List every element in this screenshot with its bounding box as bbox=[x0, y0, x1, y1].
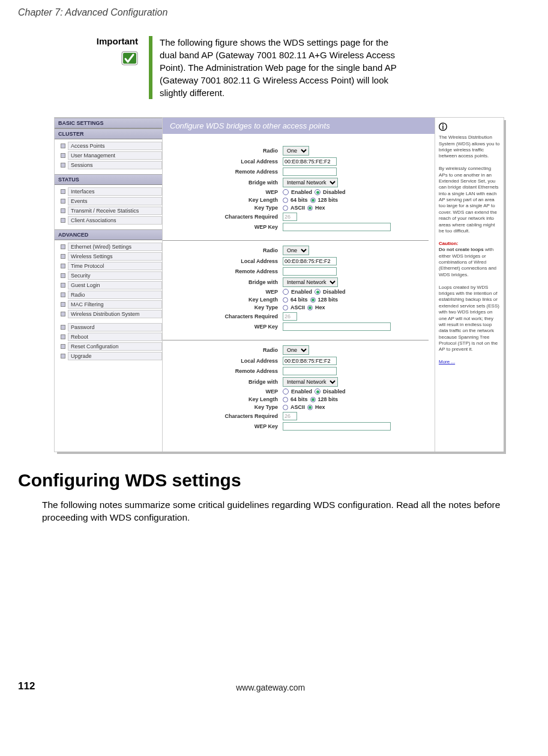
label-wepkey: WEP Key bbox=[163, 224, 283, 230]
nav-cluster-list: Access Points User Management Sessions bbox=[61, 142, 162, 169]
footer-url: www.gateway.com bbox=[236, 683, 305, 692]
wep-enabled-3[interactable] bbox=[283, 389, 289, 395]
local-address-1 bbox=[283, 157, 337, 166]
nav-item-reboot[interactable]: Reboot bbox=[61, 333, 162, 341]
keytype-hex-2[interactable] bbox=[307, 305, 313, 310]
remote-address-2[interactable] bbox=[283, 267, 337, 276]
nav-item-mac-filter[interactable]: MAC Filtering bbox=[61, 300, 162, 309]
wds-block-3: RadioOne Local Address Remote Address Br… bbox=[163, 340, 429, 440]
keylen-64-3[interactable] bbox=[283, 397, 288, 402]
help-p3: Loops created by WDS bridges with the in… bbox=[439, 285, 500, 353]
nav-basic-settings[interactable]: BASIC SETTINGS bbox=[55, 118, 162, 129]
bridge-select-1[interactable]: Internal Network bbox=[283, 178, 338, 187]
wds-block-2: RadioOne Local Address Remote Address Br… bbox=[163, 241, 429, 340]
section-heading: Configuring WDS settings bbox=[18, 470, 530, 491]
nav-item-trx-stats[interactable]: Transmit / Receive Statistics bbox=[61, 207, 162, 215]
help-p1: The Wireless Distribution System (WDS) a… bbox=[439, 135, 500, 160]
keytype-hex-1[interactable] bbox=[307, 205, 313, 211]
keylen-128-1[interactable] bbox=[310, 198, 316, 203]
label-bridge: Bridge with bbox=[163, 180, 283, 186]
nav-advanced-header[interactable]: ADVANCED bbox=[55, 229, 162, 240]
nav-item-time-protocol[interactable]: Time Protocol bbox=[61, 262, 162, 270]
nav-status-header[interactable]: STATUS bbox=[55, 174, 162, 185]
remote-address-1[interactable] bbox=[283, 168, 337, 176]
nav-item-reset-config[interactable]: Reset Configuration bbox=[61, 342, 162, 351]
callout-bar bbox=[149, 36, 152, 99]
chapter-header: Chapter 7: Advanced Configuration bbox=[18, 7, 530, 18]
label-local: Local Address bbox=[163, 159, 283, 165]
chars-req-3 bbox=[283, 412, 297, 420]
nav-item-interfaces[interactable]: Interfaces bbox=[61, 187, 162, 196]
wds-admin-screenshot: BASIC SETTINGS CLUSTER Access Points Use… bbox=[54, 117, 504, 452]
keylen-128-3[interactable] bbox=[310, 397, 316, 402]
label-creq: Characters Required bbox=[163, 214, 283, 220]
chars-req-1 bbox=[283, 213, 297, 221]
nav-item-wireless-settings[interactable]: Wireless Settings bbox=[61, 252, 162, 261]
nav-sidebar: BASIC SETTINGS CLUSTER Access Points Use… bbox=[55, 118, 163, 452]
wds-block-1: RadioOne Local Address Remote Address Br… bbox=[163, 141, 429, 241]
bridge-select-2[interactable]: Internal Network bbox=[283, 277, 338, 287]
local-address-3 bbox=[283, 357, 337, 365]
wep-key-1[interactable] bbox=[283, 223, 391, 231]
nav-advanced-list: Ethernet (Wired) Settings Wireless Setti… bbox=[61, 243, 162, 318]
main-content: Configure WDS bridges to other access po… bbox=[163, 118, 504, 452]
wds-form-body: RadioOne Local Address Remote Address Br… bbox=[163, 134, 435, 452]
nav-tail-list: Password Reboot Reset Configuration Upgr… bbox=[61, 323, 162, 360]
wep-disabled-3[interactable] bbox=[315, 389, 321, 395]
nav-item-sessions[interactable]: Sessions bbox=[61, 161, 162, 169]
page-banner: Configure WDS bridges to other access po… bbox=[163, 118, 435, 134]
help-more-link[interactable]: More ... bbox=[439, 359, 455, 364]
important-text: The following figure shows the WDS setti… bbox=[160, 36, 400, 99]
help-caution: Caution:Do not create loops with either … bbox=[439, 241, 500, 278]
wep-key-3[interactable] bbox=[283, 422, 391, 431]
keytype-ascii-1[interactable] bbox=[283, 205, 288, 211]
radio-select-1[interactable]: One bbox=[283, 146, 309, 156]
nav-item-events[interactable]: Events bbox=[61, 197, 162, 205]
keytype-ascii-2[interactable] bbox=[283, 305, 288, 310]
nav-item-password[interactable]: Password bbox=[61, 323, 162, 331]
local-address-2 bbox=[283, 257, 337, 265]
keylen-64-1[interactable] bbox=[283, 198, 288, 203]
wep-disabled-1[interactable] bbox=[315, 189, 321, 195]
important-callout: Important The following figure shows the… bbox=[72, 36, 530, 99]
nav-item-client-assoc[interactable]: Client Associations bbox=[61, 216, 162, 225]
radio-select-3[interactable]: One bbox=[283, 345, 309, 355]
keylen-128-2[interactable] bbox=[310, 297, 316, 303]
page-footer: 112 www.gateway.com bbox=[18, 680, 530, 692]
keytype-ascii-3[interactable] bbox=[283, 405, 288, 410]
label-radio: Radio bbox=[163, 148, 283, 154]
wep-enabled-1[interactable] bbox=[283, 189, 289, 195]
help-icon[interactable]: ⓘ bbox=[439, 121, 500, 132]
important-label: Important bbox=[72, 36, 138, 46]
checkmark-icon bbox=[121, 51, 138, 67]
keytype-hex-3[interactable] bbox=[307, 405, 313, 410]
label-wep: WEP bbox=[163, 189, 283, 195]
wep-enabled-2[interactable] bbox=[283, 289, 289, 295]
nav-item-security[interactable]: Security bbox=[61, 271, 162, 280]
nav-item-upgrade[interactable]: Upgrade bbox=[61, 352, 162, 360]
nav-item-eth-settings[interactable]: Ethernet (Wired) Settings bbox=[61, 243, 162, 251]
keylen-64-2[interactable] bbox=[283, 297, 288, 303]
nav-item-radio[interactable]: Radio bbox=[61, 291, 162, 299]
label-keylen: Key Length bbox=[163, 197, 283, 203]
label-remote: Remote Address bbox=[163, 169, 283, 175]
radio-select-2[interactable]: One bbox=[283, 246, 309, 255]
remote-address-3[interactable] bbox=[283, 367, 337, 375]
important-label-col: Important bbox=[72, 36, 144, 99]
chars-req-2 bbox=[283, 312, 297, 321]
nav-item-wds[interactable]: Wireless Distribution System bbox=[61, 310, 162, 318]
wep-key-2[interactable] bbox=[283, 322, 391, 331]
bridge-select-3[interactable]: Internal Network bbox=[283, 377, 338, 387]
nav-item-user-management[interactable]: User Management bbox=[61, 151, 162, 160]
section-paragraph: The following notes summarize some criti… bbox=[42, 499, 524, 524]
help-p2: By wirelessly connecting APs to one anot… bbox=[439, 166, 500, 234]
page-number: 112 bbox=[18, 680, 35, 692]
wds-form-column: Configure WDS bridges to other access po… bbox=[163, 118, 435, 452]
help-sidebar: ⓘ The Wireless Distribution System (WDS)… bbox=[435, 118, 504, 452]
nav-item-guest-login[interactable]: Guest Login bbox=[61, 281, 162, 289]
nav-status-list: Interfaces Events Transmit / Receive Sta… bbox=[61, 187, 162, 225]
wep-disabled-2[interactable] bbox=[315, 289, 321, 295]
nav-cluster-header[interactable]: CLUSTER bbox=[55, 129, 162, 139]
label-keytype: Key Type bbox=[163, 205, 283, 211]
nav-item-access-points[interactable]: Access Points bbox=[61, 142, 162, 150]
